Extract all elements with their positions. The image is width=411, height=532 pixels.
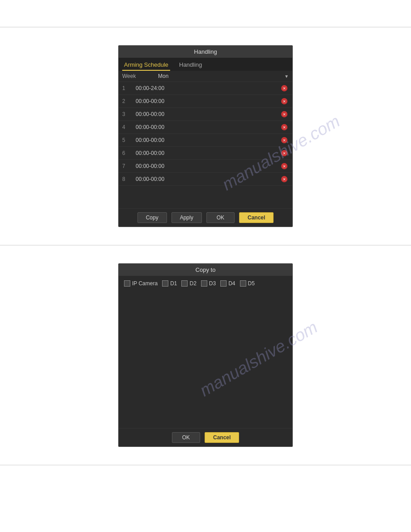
week-value: Mon: [158, 73, 168, 79]
delete-icon-4: [281, 124, 287, 130]
week-label: Week: [122, 73, 158, 79]
row-time-4: 00:00-00:00: [136, 124, 280, 130]
week-dropdown-arrow: ▼: [284, 74, 289, 79]
ip-camera-label: IP Camera: [132, 280, 158, 287]
copyto-ok-button[interactable]: OK: [172, 432, 200, 443]
schedule-row-6: 6 00:00-00:00: [119, 147, 292, 160]
arming-schedule-dialog: Handling Arming Schedule Handling Week M…: [118, 45, 293, 227]
delete-icon-1: [281, 85, 287, 91]
arming-dialog-title: Handling: [119, 46, 292, 58]
arming-schedule-section: Handling Arming Schedule Handling Week M…: [0, 27, 411, 245]
schedule-row-2: 2 00:00-00:00: [119, 95, 292, 108]
delete-btn-2[interactable]: [280, 97, 289, 106]
d5-label: D5: [248, 280, 255, 287]
schedule-rows: 1 00:00-24:00 2 00:00-00:00 3 00:00-00:0…: [119, 82, 292, 208]
row-time-3: 00:00-00:00: [136, 111, 280, 117]
week-row: Week Mon ▼: [119, 71, 292, 82]
row-time-8: 00:00-00:00: [136, 176, 280, 182]
page-container: Handling Arming Schedule Handling Week M…: [0, 0, 411, 532]
row-num-7: 7: [122, 163, 136, 169]
row-time-5: 00:00-00:00: [136, 137, 280, 143]
ip-camera-checkbox[interactable]: [124, 280, 130, 287]
row-time-1: 00:00-24:00: [136, 85, 280, 91]
bottom-divider: [0, 465, 411, 465]
schedule-row-4: 4 00:00-00:00: [119, 121, 292, 134]
delete-btn-5[interactable]: [280, 136, 289, 145]
delete-btn-1[interactable]: [280, 84, 289, 93]
d4-checkbox-item[interactable]: D4: [220, 280, 235, 287]
delete-btn-4[interactable]: [280, 123, 289, 132]
row-num-3: 3: [122, 111, 136, 117]
d2-label: D2: [189, 280, 196, 287]
row-num-8: 8: [122, 176, 136, 182]
row-num-5: 5: [122, 137, 136, 143]
schedule-row-8: 8 00:00-00:00: [119, 173, 292, 186]
copyto-row: IP Camera D1 D2 D3: [124, 280, 287, 287]
copy-to-section: Copy to IP Camera D1: [0, 245, 411, 465]
apply-button[interactable]: Apply: [171, 212, 202, 223]
row-time-2: 00:00-00:00: [136, 98, 280, 104]
d3-checkbox[interactable]: [201, 280, 207, 287]
arming-footer: Copy Apply OK Cancel: [119, 208, 292, 227]
delete-btn-8[interactable]: [280, 175, 289, 184]
arming-tabs: Arming Schedule Handling: [119, 58, 292, 71]
tab-handling[interactable]: Handling: [177, 60, 204, 71]
d1-checkbox[interactable]: [162, 280, 168, 287]
copyto-footer: OK Cancel: [119, 428, 292, 446]
row-num-1: 1: [122, 85, 136, 91]
schedule-row-1: 1 00:00-24:00: [119, 82, 292, 95]
delete-icon-5: [281, 137, 287, 143]
delete-icon-2: [281, 98, 287, 104]
row-num-4: 4: [122, 124, 136, 130]
d4-checkbox[interactable]: [220, 280, 227, 287]
week-select[interactable]: Mon ▼: [158, 73, 289, 79]
copy-to-dialog: Copy to IP Camera D1: [118, 263, 293, 447]
row-num-2: 2: [122, 98, 136, 104]
d1-checkbox-item[interactable]: D1: [162, 280, 177, 287]
delete-icon-6: [281, 150, 287, 156]
arming-spacer: [119, 186, 292, 208]
d3-label: D3: [209, 280, 216, 287]
schedule-row-5: 5 00:00-00:00: [119, 134, 292, 147]
copyto-cancel-button[interactable]: Cancel: [205, 432, 239, 443]
delete-btn-7[interactable]: [280, 162, 289, 171]
tab-arming-schedule[interactable]: Arming Schedule: [122, 60, 170, 71]
delete-icon-7: [281, 163, 287, 169]
d1-label: D1: [170, 280, 177, 287]
d2-checkbox-item[interactable]: D2: [181, 280, 196, 287]
d2-checkbox[interactable]: [181, 280, 188, 287]
row-time-7: 00:00-00:00: [136, 163, 280, 169]
schedule-row-7: 7 00:00-00:00: [119, 160, 292, 173]
schedule-row-3: 3 00:00-00:00: [119, 108, 292, 121]
copyto-dialog-title: Copy to: [119, 264, 292, 276]
delete-icon-8: [281, 176, 287, 182]
copy-button[interactable]: Copy: [137, 212, 167, 223]
copyto-body: IP Camera D1 D2 D3: [119, 276, 292, 428]
delete-btn-3[interactable]: [280, 110, 289, 119]
row-time-6: 00:00-00:00: [136, 150, 280, 156]
d3-checkbox-item[interactable]: D3: [201, 280, 216, 287]
delete-icon-3: [281, 111, 287, 117]
delete-btn-6[interactable]: [280, 149, 289, 158]
cancel-button[interactable]: Cancel: [239, 212, 274, 223]
d4-label: D4: [228, 280, 235, 287]
ok-button[interactable]: OK: [206, 212, 235, 223]
row-num-6: 6: [122, 150, 136, 156]
ip-camera-checkbox-item[interactable]: IP Camera: [124, 280, 158, 287]
d5-checkbox-item[interactable]: D5: [240, 280, 255, 287]
d5-checkbox[interactable]: [240, 280, 246, 287]
